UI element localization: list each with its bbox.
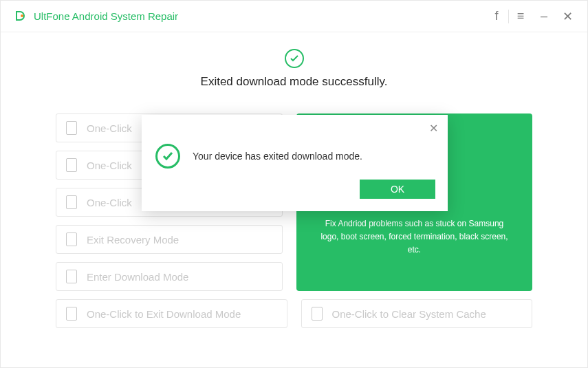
option-label: Exit Recovery Mode <box>87 234 179 246</box>
option-exit-download-mode[interactable]: One-Click to Exit Download Mode <box>56 299 287 328</box>
app-title: UltFone Android System Repair <box>34 10 178 22</box>
device-icon <box>66 270 77 283</box>
modal-check-icon <box>155 144 180 169</box>
ok-button[interactable]: OK <box>360 180 435 199</box>
titlebar: UltFone Android System Repair f ≡ – ✕ <box>1 1 587 32</box>
titlebar-right: f ≡ – ✕ <box>485 6 579 27</box>
option-item-enter-download[interactable]: Enter Download Mode <box>56 262 283 291</box>
option-label: One-Click <box>87 197 132 208</box>
menu-icon[interactable]: ≡ <box>509 6 532 27</box>
facebook-icon[interactable]: f <box>485 6 508 27</box>
success-header: Exited download mode successfully. <box>56 49 532 89</box>
option-label: One-Click <box>87 160 132 171</box>
option-label: One-Click to Exit Download Mode <box>87 308 241 320</box>
modal-close-icon[interactable]: ✕ <box>429 122 438 135</box>
modal-message: Your device has exited download mode. <box>193 151 362 162</box>
confirmation-modal: ✕ Your device has exited download mode. … <box>142 115 448 211</box>
close-button[interactable]: ✕ <box>556 6 579 27</box>
modal-footer: OK <box>155 180 435 199</box>
svg-point-0 <box>21 14 23 17</box>
option-clear-system-cache[interactable]: One-Click to Clear System Cache <box>301 299 533 328</box>
device-icon <box>66 232 77 246</box>
device-icon <box>66 195 77 209</box>
option-label: One-Click <box>87 122 132 134</box>
modal-body: Your device has exited download mode. <box>155 144 435 169</box>
app-window: UltFone Android System Repair f ≡ – ✕ Ex… <box>0 0 588 368</box>
success-message: Exited download mode successfully. <box>56 75 532 89</box>
repair-card-description: Fix Andriod problems such as stuck on Sa… <box>316 217 513 257</box>
device-icon <box>66 158 77 172</box>
device-icon <box>66 121 77 135</box>
option-item-exit-recovery[interactable]: Exit Recovery Mode <box>56 225 283 254</box>
titlebar-left: UltFone Android System Repair <box>13 9 178 24</box>
device-icon <box>312 307 323 321</box>
success-check-icon <box>285 49 304 68</box>
app-logo-icon <box>13 9 28 24</box>
option-label: Enter Download Mode <box>87 271 188 283</box>
option-label: One-Click to Clear System Cache <box>332 308 486 320</box>
bottom-options-row: One-Click to Exit Download Mode One-Clic… <box>56 299 532 328</box>
device-icon <box>66 307 77 321</box>
minimize-button[interactable]: – <box>532 6 556 27</box>
